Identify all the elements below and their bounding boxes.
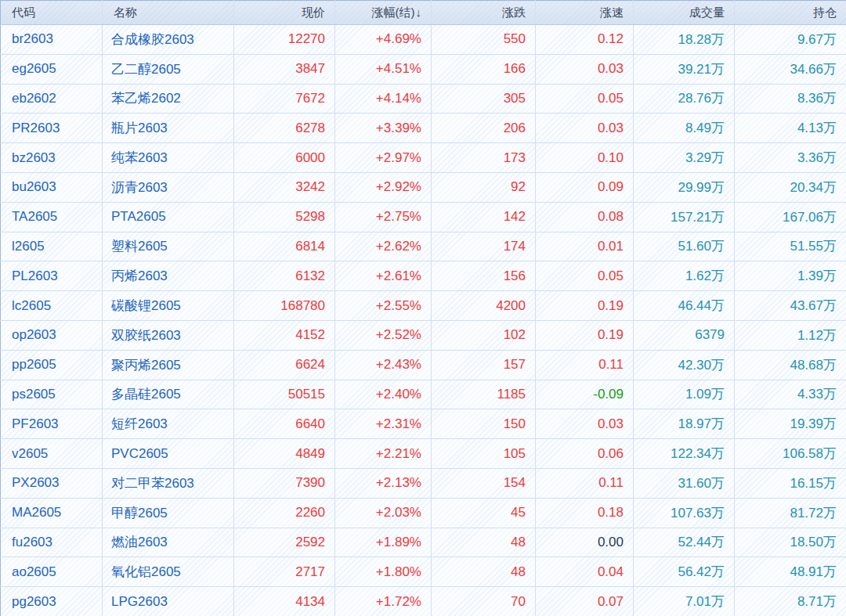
cell-volume: 3.29万 [634,143,735,173]
cell-change: 305 [432,84,536,113]
cell-change-pct: +1.72% [335,587,432,616]
quote-row[interactable]: l2605 塑料2605 6814 +2.62% 174 0.01 51.60万… [1,232,846,261]
cell-code: PX2603 [1,468,103,498]
cell-name: 塑料2605 [103,232,234,261]
cell-price: 3847 [234,54,335,84]
cell-change: 206 [432,113,536,143]
quote-row[interactable]: bu2603 沥青2603 3242 +2.92% 92 0.09 29.99万… [1,172,846,202]
column-header-volume[interactable]: 成交量 [634,1,735,25]
cell-change: 550 [432,25,536,55]
column-header-name[interactable]: 名称 [103,1,234,25]
column-header-change-pct-label: 涨幅(结) [372,5,415,19]
cell-change-pct: +2.31% [335,409,432,439]
quote-row[interactable]: lc2605 碳酸锂2605 168780 +2.55% 4200 0.19 4… [1,291,846,321]
quote-row[interactable]: op2603 双胶纸2603 4152 +2.52% 102 0.19 6379… [1,320,846,350]
cell-volume: 7.01万 [634,587,735,616]
cell-name: 乙二醇2605 [103,54,234,84]
cell-speed: 0.19 [536,291,634,321]
quote-row[interactable]: TA2605 PTA2605 5298 +2.75% 142 0.08 157.… [1,202,846,232]
cell-code: ps2605 [1,380,103,409]
column-header-change[interactable]: 涨跌 [432,1,536,25]
cell-price: 2592 [234,528,335,557]
quote-row[interactable]: PL2603 丙烯2603 6132 +2.61% 156 0.05 1.62万… [1,261,846,291]
cell-name: 甲醇2605 [103,498,234,528]
quote-row[interactable]: v2605 PVC2605 4849 +2.21% 105 0.06 122.3… [1,439,846,469]
cell-volume: 1.62万 [634,261,735,291]
cell-speed: -0.09 [536,380,634,409]
cell-price: 12270 [234,25,335,55]
cell-price: 168780 [234,291,335,321]
cell-open-interest: 16.15万 [735,468,846,498]
quote-row[interactable]: ps2605 多晶硅2605 50515 +2.40% 1185 -0.09 1… [1,380,846,409]
cell-change-pct: +2.43% [335,350,432,380]
cell-open-interest: 106.58万 [735,439,846,469]
cell-code: PR2603 [1,113,103,143]
quote-row[interactable]: PX2603 对二甲苯2603 7390 +2.13% 154 0.11 31.… [1,468,846,498]
cell-speed: 0.10 [536,143,634,173]
quote-row[interactable]: eg2605 乙二醇2605 3847 +4.51% 166 0.03 39.2… [1,54,846,84]
cell-change: 45 [432,498,536,528]
cell-name: PTA2605 [103,202,234,232]
cell-change-pct: +2.61% [335,261,432,291]
cell-change-pct: +4.14% [335,84,432,113]
cell-code: ao2605 [1,557,103,587]
cell-volume: 28.76万 [634,84,735,113]
cell-price: 6624 [234,350,335,380]
column-header-code[interactable]: 代码 [1,1,103,25]
quote-row[interactable]: eb2602 苯乙烯2602 7672 +4.14% 305 0.05 28.7… [1,84,846,113]
cell-volume: 56.42万 [634,557,735,587]
cell-price: 50515 [234,380,335,409]
cell-open-interest: 4.33万 [735,380,846,409]
quote-row[interactable]: br2603 合成橡胶2603 12270 +4.69% 550 0.12 18… [1,25,846,55]
cell-name: PVC2605 [103,439,234,469]
quote-row[interactable]: MA2605 甲醇2605 2260 +2.03% 45 0.18 107.63… [1,498,846,528]
cell-price: 3242 [234,172,335,202]
cell-speed: 0.06 [536,439,634,469]
cell-volume: 122.34万 [634,439,735,469]
cell-code: fu2603 [1,528,103,557]
quote-row[interactable]: bz2603 纯苯2603 6000 +2.97% 173 0.10 3.29万… [1,143,846,173]
column-header-change-pct[interactable]: 涨幅(结)↓ [335,1,432,25]
cell-price: 7390 [234,468,335,498]
quote-row[interactable]: PR2603 瓶片2603 6278 +3.39% 206 0.03 8.49万… [1,113,846,143]
quote-row[interactable]: pp2605 聚丙烯2605 6624 +2.43% 157 0.11 42.3… [1,350,846,380]
cell-volume: 51.60万 [634,232,735,261]
cell-open-interest: 3.36万 [735,143,846,173]
quote-row[interactable]: ao2605 氧化铝2605 2717 +1.80% 48 0.04 56.42… [1,557,846,587]
cell-price: 4134 [234,587,335,616]
cell-code: TA2605 [1,202,103,232]
cell-name: 多晶硅2605 [103,380,234,409]
cell-speed: 0.03 [536,113,634,143]
cell-change-pct: +1.89% [335,528,432,557]
cell-change-pct: +4.51% [335,54,432,84]
cell-change-pct: +2.55% [335,291,432,321]
cell-change: 157 [432,350,536,380]
cell-change: 70 [432,587,536,616]
cell-code: bu2603 [1,172,103,202]
cell-change: 92 [432,172,536,202]
cell-price: 6000 [234,143,335,173]
cell-code: eb2602 [1,84,103,113]
cell-open-interest: 9.67万 [735,25,846,55]
cell-price: 7672 [234,84,335,113]
cell-code: l2605 [1,232,103,261]
cell-change: 102 [432,320,536,350]
cell-volume: 1.09万 [634,380,735,409]
cell-code: PF2603 [1,409,103,439]
column-header-speed[interactable]: 涨速 [536,1,634,25]
quote-row[interactable]: pg2603 LPG2603 4134 +1.72% 70 0.07 7.01万… [1,587,846,616]
futures-quote-table: 代码 名称 现价 涨幅(结)↓ 涨跌 涨速 成交量 持仓 br2603 合成橡胶… [0,0,846,616]
cell-change-pct: +2.97% [335,143,432,173]
cell-speed: 0.00 [536,528,634,557]
cell-code: v2605 [1,439,103,469]
cell-price: 6814 [234,232,335,261]
quote-row[interactable]: fu2603 燃油2603 2592 +1.89% 48 0.00 52.44万… [1,528,846,557]
cell-speed: 0.11 [536,468,634,498]
cell-name: 碳酸锂2605 [103,291,234,321]
cell-open-interest: 8.36万 [735,84,846,113]
column-header-open-interest[interactable]: 持仓 [735,1,846,25]
cell-speed: 0.12 [536,25,634,55]
quote-row[interactable]: PF2603 短纤2603 6640 +2.31% 150 0.03 18.97… [1,409,846,439]
cell-speed: 0.05 [536,84,634,113]
column-header-price[interactable]: 现价 [234,1,335,25]
